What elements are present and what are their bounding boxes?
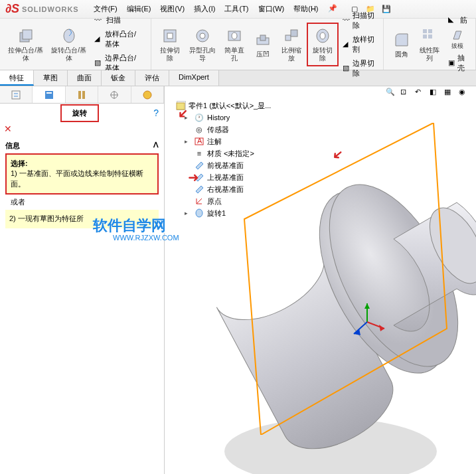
dimxpert-tab[interactable] bbox=[98, 86, 131, 103]
revolve-cut-button[interactable]: 旋转切除 bbox=[307, 23, 339, 66]
svg-rect-17 bbox=[423, 35, 427, 39]
selection-instruction: 选择: 1) 一基准面、平面或边线来绘制特征横断面。 bbox=[5, 153, 159, 195]
zoom-area-icon[interactable]: ⊡ bbox=[400, 88, 412, 100]
title-bar: ∂S SOLIDWORKS 文件(F) 编辑(E) 视图(V) 插入(I) 工具… bbox=[0, 0, 476, 19]
watermark-text: 软件自学网 bbox=[93, 216, 166, 236]
svg-rect-16 bbox=[428, 29, 432, 33]
tree-origin[interactable]: 原点 bbox=[185, 195, 271, 207]
tree-root[interactable]: 零件1 (默认<<默认>_显... bbox=[175, 100, 271, 112]
tree-sensors[interactable]: ◎传感器 bbox=[185, 123, 271, 135]
svg-point-6 bbox=[200, 33, 205, 39]
feature-tree-tab[interactable] bbox=[0, 86, 33, 103]
property-tab[interactable] bbox=[33, 86, 65, 103]
history-icon: 🕐 bbox=[194, 112, 204, 123]
tree-revolve1[interactable]: ▸旋转1 bbox=[185, 207, 271, 219]
revolve-boss-button[interactable]: 旋转凸台/基体 bbox=[47, 24, 90, 65]
boundary-icon: ▧ bbox=[94, 58, 102, 68]
note-icon: A bbox=[194, 136, 204, 147]
tab-sketch[interactable]: 草图 bbox=[34, 70, 68, 86]
revolve-icon bbox=[194, 208, 204, 218]
svg-rect-15 bbox=[423, 29, 427, 33]
swept-cut-icon: 〰 bbox=[343, 16, 350, 25]
annotation-arrow-2: ➜ bbox=[188, 169, 199, 185]
shell-icon: ▣ bbox=[448, 58, 455, 68]
boundary-cut-button[interactable]: ▧边界切除 bbox=[340, 57, 378, 80]
display-style-icon[interactable]: ◉ bbox=[459, 88, 471, 100]
tab-surface[interactable]: 曲面 bbox=[68, 70, 102, 86]
section-icon[interactable]: ◧ bbox=[430, 88, 441, 100]
svg-rect-1 bbox=[23, 30, 32, 39]
fillet-icon bbox=[392, 31, 411, 49]
indent-button[interactable]: 压凹 bbox=[249, 28, 277, 61]
loft-cut-button[interactable]: ◢放样切割 bbox=[340, 33, 378, 56]
logo-text: SOLIDWORKS bbox=[22, 5, 79, 13]
draft-icon bbox=[451, 29, 463, 41]
svg-rect-4 bbox=[167, 33, 173, 39]
svg-rect-24 bbox=[78, 91, 81, 99]
svg-rect-22 bbox=[45, 91, 53, 99]
rib-button[interactable]: ◣筋 bbox=[445, 14, 470, 27]
menu-window[interactable]: 窗口(W) bbox=[254, 1, 289, 17]
ribbon-col-cut: 〰扫描切除 ◢放样切割 ▧边界切除 bbox=[339, 8, 379, 81]
scale-button[interactable]: 比例缩放 bbox=[277, 24, 306, 65]
tab-sheetmetal[interactable]: 钣金 bbox=[102, 70, 135, 86]
config-tab[interactable] bbox=[66, 86, 98, 103]
ribbon-col-feature: ◣筋 拔模 ▣抽壳 bbox=[444, 13, 471, 76]
viewport[interactable]: 🔍 ⊡ ↶ ◧ ▦ ◉ 零件1 (默认<<默认>_显... ▸🕐History … bbox=[165, 86, 476, 474]
svg-rect-11 bbox=[285, 35, 291, 40]
svg-rect-10 bbox=[260, 35, 266, 40]
menu-insert[interactable]: 插入(I) bbox=[190, 1, 219, 17]
hole-wizard-icon bbox=[193, 27, 212, 45]
viewport-toolbar: 🔍 ⊡ ↶ ◧ ▦ ◉ bbox=[386, 88, 471, 100]
prev-view-icon[interactable]: ↶ bbox=[415, 88, 427, 100]
revolve-boss-icon bbox=[60, 27, 78, 45]
command-tabs: 特征 草图 曲面 钣金 评估 DimXpert bbox=[0, 70, 476, 86]
save-icon[interactable]: 💾 bbox=[380, 3, 393, 16]
display-tab[interactable] bbox=[131, 86, 164, 103]
help-icon[interactable]: ? bbox=[153, 108, 159, 118]
tab-dimxpert[interactable]: DimXpert bbox=[169, 70, 219, 86]
hole-wizard-button[interactable]: 异型孔向导 bbox=[185, 24, 220, 65]
collapse-icon[interactable]: ᐱ bbox=[153, 141, 159, 151]
info-header: 信息 ᐱ bbox=[5, 138, 159, 153]
view-orient-icon[interactable]: ▦ bbox=[444, 88, 456, 100]
tree-history[interactable]: ▸🕐History bbox=[185, 112, 271, 123]
svg-point-36 bbox=[196, 209, 202, 217]
menu-view[interactable]: 视图(V) bbox=[156, 1, 189, 17]
plane-icon bbox=[194, 184, 204, 195]
svg-point-29 bbox=[143, 91, 151, 99]
loft-cut-icon: ◢ bbox=[343, 40, 350, 49]
swept-cut-button[interactable]: 〰扫描切除 bbox=[340, 9, 378, 32]
ribbon-group-feature: 圆角 线性阵列 ◣筋 拔模 ▣抽壳 bbox=[384, 19, 476, 70]
boundary-cut-icon: ▧ bbox=[343, 64, 350, 73]
zoom-fit-icon[interactable]: 🔍 bbox=[386, 88, 398, 100]
fillet-button[interactable]: 圆角 bbox=[388, 28, 416, 61]
svg-rect-12 bbox=[291, 30, 297, 37]
linear-pattern-button[interactable]: 线性阵列 bbox=[416, 24, 444, 65]
svg-point-14 bbox=[320, 33, 325, 39]
main-area: 旋转 ? ✕ 信息 ᐱ 选择: 1) 一基准面、平面或边线来绘制特征横断面。 或… bbox=[0, 86, 476, 474]
extrude-boss-button[interactable]: 拉伸凸台/基体 bbox=[4, 24, 47, 65]
ribbon-col-boss: 〰扫描 ◢放样凸台/基体 ▧边界凸台/基体 bbox=[90, 13, 147, 76]
tab-evaluate[interactable]: 评估 bbox=[135, 70, 169, 86]
loft-button[interactable]: ◢放样凸台/基体 bbox=[92, 28, 145, 50]
menu-help[interactable]: 帮助(H) bbox=[289, 1, 322, 17]
extrude-cut-button[interactable]: 拉伸切除 bbox=[155, 24, 185, 65]
tree-annotations[interactable]: ▸A注解 bbox=[185, 135, 271, 147]
svg-rect-18 bbox=[428, 35, 432, 39]
tree-material[interactable]: ≡材质 <未指定> bbox=[185, 147, 271, 159]
draft-button[interactable]: 拔模 bbox=[445, 28, 470, 51]
panel-header: 旋转 ? bbox=[0, 104, 164, 122]
origin-icon bbox=[194, 196, 204, 206]
shell-button[interactable]: ▣抽壳 bbox=[445, 52, 470, 74]
logo-icon: ∂S bbox=[5, 2, 19, 16]
logo: ∂S SOLIDWORKS bbox=[0, 2, 84, 16]
menu-tools[interactable]: 工具(T) bbox=[220, 1, 252, 17]
extrude-cut-icon bbox=[161, 27, 179, 45]
simple-hole-icon bbox=[225, 27, 244, 45]
tab-features[interactable]: 特征 bbox=[0, 70, 34, 86]
sweep-button[interactable]: 〰扫描 bbox=[92, 14, 145, 27]
close-button[interactable]: ✕ bbox=[0, 122, 164, 135]
svg-line-33 bbox=[197, 198, 202, 204]
simple-hole-button[interactable]: 简单直孔 bbox=[220, 24, 249, 65]
